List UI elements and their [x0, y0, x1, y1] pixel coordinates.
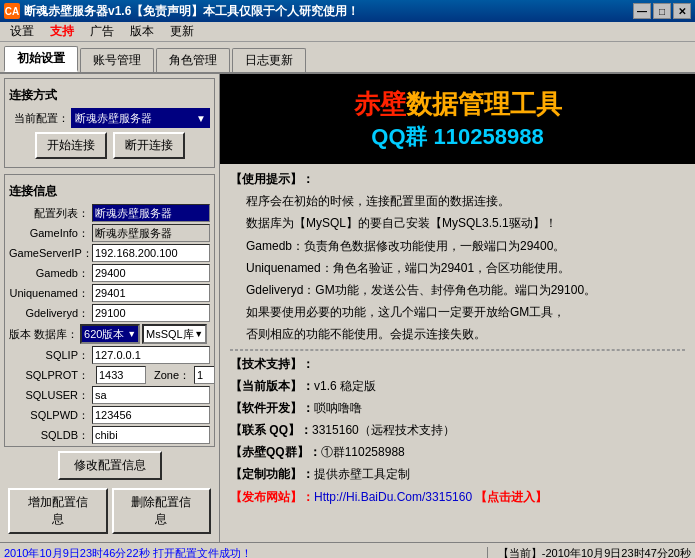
- sqluser-value[interactable]: sa: [92, 386, 210, 404]
- minimize-button[interactable]: —: [633, 3, 651, 19]
- sqlip-value[interactable]: 127.0.0.1: [92, 346, 210, 364]
- tech-dev: 【软件开发】：唢呐噜噜: [230, 399, 685, 418]
- sqlip-row: SQLIP： 127.0.0.1: [9, 346, 210, 364]
- config-list-label: 配置列表：: [9, 206, 89, 221]
- usage-tips-title: 【使用提示】：: [230, 170, 685, 189]
- usage-tip-mysql: 数据库为【MySQL】的要自己安装【MySQL3.5.1驱动】！: [246, 214, 685, 233]
- menu-settings[interactable]: 设置: [2, 21, 42, 42]
- left-panel: 连接方式 当前配置： 断魂赤壁服务器 ▼ 开始连接 断开连接 连接信息 配置列表…: [0, 74, 220, 542]
- menu-update[interactable]: 更新: [162, 21, 202, 42]
- sqlprot-text: 1433: [99, 369, 123, 381]
- title-bar: CA 断魂赤壁服务器v1.6【免责声明】本工具仅限于个人研究使用！ — □ ✕: [0, 0, 695, 22]
- connection-type-title: 连接方式: [9, 85, 210, 106]
- close-button[interactable]: ✕: [673, 3, 691, 19]
- banner-title-text1: 赤壁: [354, 89, 406, 119]
- disconnect-button[interactable]: 断开连接: [113, 132, 185, 159]
- version-row: 版本 数据库： 620版本 ▼ MsSQL库 ▼: [9, 324, 210, 344]
- sqlprot-label: SQLPROT：: [9, 368, 89, 383]
- uniquenamed-row: Uniquenamed： 29401: [9, 284, 210, 302]
- sqluser-label: SQLUSER：: [9, 388, 89, 403]
- gameserverip-value[interactable]: 192.168.200.100: [92, 244, 210, 262]
- sqldb-value[interactable]: chibi: [92, 426, 210, 444]
- db-type-value: MsSQL库: [146, 327, 194, 342]
- tab-initial-settings[interactable]: 初始设置: [4, 46, 78, 72]
- tech-website: 【发布网站】：Http://Hi.BaiDu.Com/3315160 【点击进入…: [230, 488, 685, 507]
- gdeliveryd-value[interactable]: 29100: [92, 304, 210, 322]
- status-divider: [487, 547, 488, 559]
- gameinfo-value: 断魂赤壁服务器: [92, 224, 210, 242]
- sqlip-label: SQLIP：: [9, 348, 89, 363]
- gamedb-label: Gamedb：: [9, 266, 89, 281]
- gameserverip-label: GameServerIP：: [9, 246, 89, 261]
- sqlpwd-value[interactable]: 123456: [92, 406, 210, 424]
- sqluser-text: sa: [95, 389, 107, 401]
- uniquenamed-label: Uniquenamed：: [9, 286, 89, 301]
- info-text-area: 【使用提示】： 程序会在初始的时候，连接配置里面的数据连接。 数据库为【MySQ…: [220, 164, 695, 542]
- gameserverip-text: 192.168.200.100: [95, 247, 178, 259]
- title-text: 断魂赤壁服务器v1.6【免责声明】本工具仅限于个人研究使用！: [24, 3, 633, 20]
- tech-qq: 【联系 QQ】：3315160（远程技术支持）: [230, 421, 685, 440]
- gamedb-row: Gamedb： 29400: [9, 264, 210, 282]
- connection-info-section: 连接信息 配置列表： 断魂赤壁服务器 GameInfo： 断魂赤壁服务器 Gam…: [4, 174, 215, 447]
- gameinfo-text: 断魂赤壁服务器: [95, 226, 172, 241]
- conn-info-title: 连接信息: [9, 181, 210, 202]
- db-type-combo[interactable]: MsSQL库 ▼: [142, 324, 207, 344]
- usage-tip-ports1: 如果要使用必要的功能，这几个端口一定要开放给GM工具，: [246, 303, 685, 322]
- menu-version[interactable]: 版本: [122, 21, 162, 42]
- usage-tip-gamedb: Gamedb：负责角色数据修改功能使用，一般端口为29400。: [246, 237, 685, 256]
- main-content: 连接方式 当前配置： 断魂赤壁服务器 ▼ 开始连接 断开连接 连接信息 配置列表…: [0, 74, 695, 542]
- right-panel: 赤壁数据管理工具 QQ群 110258988 【使用提示】： 程序会在初始的时候…: [220, 74, 695, 542]
- config-list-row: 配置列表： 断魂赤壁服务器: [9, 204, 210, 222]
- modify-config-button[interactable]: 修改配置信息: [58, 451, 162, 480]
- gamedb-value[interactable]: 29400: [92, 264, 210, 282]
- tab-account-management[interactable]: 账号管理: [80, 48, 154, 72]
- uniquenamed-value[interactable]: 29401: [92, 284, 210, 302]
- combo-arrow: ▼: [196, 113, 206, 124]
- tech-version: 【当前版本】：v1.6 稳定版: [230, 377, 685, 396]
- tab-log-update[interactable]: 日志更新: [232, 48, 306, 72]
- gameserverip-row: GameServerIP： 192.168.200.100: [9, 244, 210, 262]
- title-controls: — □ ✕: [633, 3, 691, 19]
- zone-value[interactable]: 1: [194, 366, 215, 384]
- modify-row: 修改配置信息: [4, 447, 215, 484]
- add-config-button[interactable]: 增加配置信息: [8, 488, 108, 534]
- version-value: 620版本: [84, 327, 124, 342]
- connection-type-section: 连接方式 当前配置： 断魂赤壁服务器 ▼ 开始连接 断开连接: [4, 78, 215, 168]
- usage-tip-gdeliveryd: Gdeliveryd：GM功能，发送公告、封停角色功能。端口为29100。: [246, 281, 685, 300]
- status-right-text: 【当前】-2010年10月9日23时47分20秒: [498, 546, 691, 558]
- status-bar: 2010年10月9日23时46分22秒 打开配置文件成功！ 【当前】-2010年…: [0, 542, 695, 558]
- zone-text: 1: [197, 369, 203, 381]
- tech-qqgroup: 【赤壁QQ群】：①群110258988: [230, 443, 685, 462]
- sqlprot-row: SQLPROT： 1433 Zone： 1: [9, 366, 210, 384]
- gdeliveryd-label: Gdeliveryd：: [9, 306, 89, 321]
- version-combo[interactable]: 620版本 ▼: [80, 324, 140, 344]
- uniquenamed-text: 29401: [95, 287, 126, 299]
- sqldb-text: chibi: [95, 429, 118, 441]
- current-config-combo[interactable]: 断魂赤壁服务器 ▼: [71, 108, 210, 128]
- menu-support[interactable]: 支持: [42, 21, 82, 42]
- sqlip-text: 127.0.0.1: [95, 349, 141, 361]
- banner: 赤壁数据管理工具 QQ群 110258988: [220, 74, 695, 164]
- banner-qq: QQ群 110258988: [371, 122, 543, 152]
- sqluser-row: SQLUSER： sa: [9, 386, 210, 404]
- gamedb-text: 29400: [95, 267, 126, 279]
- sqlpwd-row: SQLPWD： 123456: [9, 406, 210, 424]
- sqlprot-value[interactable]: 1433: [96, 366, 146, 384]
- config-list-text: 断魂赤壁服务器: [95, 206, 172, 221]
- maximize-button[interactable]: □: [653, 3, 671, 19]
- current-config-value: 断魂赤壁服务器: [75, 111, 152, 126]
- config-list-value[interactable]: 断魂赤壁服务器: [92, 204, 210, 222]
- current-config-label: 当前配置：: [9, 111, 69, 126]
- delete-config-button[interactable]: 删除配置信息: [112, 488, 212, 534]
- connect-buttons: 开始连接 断开连接: [9, 132, 210, 159]
- sqldb-label: SQLDB：: [9, 428, 89, 443]
- gameinfo-label: GameInfo：: [9, 226, 89, 241]
- tab-role-management[interactable]: 角色管理: [156, 48, 230, 72]
- tab-bar: 初始设置 账号管理 角色管理 日志更新: [0, 42, 695, 74]
- tech-custom: 【定制功能】：提供赤壁工具定制: [230, 465, 685, 484]
- gdeliveryd-row: Gdeliveryd： 29100: [9, 304, 210, 322]
- menu-ad[interactable]: 广告: [82, 21, 122, 42]
- start-connect-button[interactable]: 开始连接: [35, 132, 107, 159]
- usage-tip-uniquenamed: Uniquenamed：角色名验证，端口为29401，合区功能使用。: [246, 259, 685, 278]
- version-label: 版本 数据库：: [9, 327, 78, 342]
